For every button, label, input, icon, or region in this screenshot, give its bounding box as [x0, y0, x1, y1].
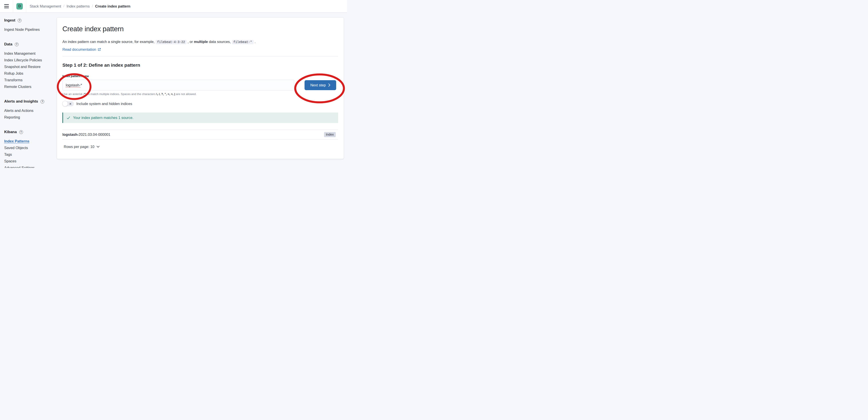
- include-hidden-indices-toggle[interactable]: ✕: [62, 101, 74, 106]
- input-help-text: Use an asterisk (*) to match multiple in…: [62, 92, 338, 96]
- index-pattern-name-input[interactable]: logstash-*: [62, 80, 294, 90]
- sidebar-item-reporting[interactable]: Reporting: [4, 114, 53, 120]
- help-icon[interactable]: ?: [19, 130, 23, 134]
- help-icon[interactable]: ?: [15, 43, 19, 46]
- toggle-label: Include system and hidden indices: [76, 102, 132, 106]
- step-heading: Step 1 of 2: Define an index pattern: [62, 62, 338, 68]
- matched-index-name: logstash-2021.03.04-000001: [62, 133, 110, 137]
- index-type-badge: Index: [324, 132, 336, 137]
- sidebar-item-advanced-settings[interactable]: Advanced Settings: [4, 164, 53, 168]
- sidebar-item-tags[interactable]: Tags: [4, 151, 53, 158]
- read-documentation-link[interactable]: Read documentation: [62, 48, 101, 52]
- sidebar-item-spaces[interactable]: Spaces: [4, 158, 53, 164]
- intro-text: An index pattern can match a single sour…: [62, 39, 338, 45]
- nav-group-kibana: Kibana ? Index Patterns Saved Objects Ta…: [4, 130, 53, 168]
- callout-text: Your index pattern matches 1 source.: [73, 116, 133, 120]
- sidebar-item-index-management[interactable]: Index Management: [4, 50, 53, 57]
- index-pattern-name-label: Index pattern name: [62, 75, 338, 78]
- code-example-single: filebeat-4-3-22: [156, 40, 187, 44]
- hamburger-icon: [4, 4, 9, 8]
- check-icon: [66, 116, 70, 120]
- breadcrumb-separator: /: [63, 4, 64, 8]
- sidebar-item-saved-objects[interactable]: Saved Objects: [4, 144, 53, 151]
- chevron-down-icon: [96, 146, 100, 148]
- nav-group-data: Data ? Index Management Index Lifecycle …: [4, 42, 53, 90]
- toggle-thumb: [62, 101, 68, 107]
- nav-group-alerts-and-insights: Alerts and Insights ? Alerts and Actions…: [4, 99, 53, 120]
- sidebar-item-transforms[interactable]: Transforms: [4, 77, 53, 83]
- nav-group-title: Ingest: [4, 18, 15, 23]
- page-title: Create index pattern: [62, 25, 338, 33]
- success-callout: Your index pattern matches 1 source.: [62, 113, 338, 123]
- sidebar-item-rollup-jobs[interactable]: Rollup Jobs: [4, 70, 53, 77]
- top-navigation-bar: D Stack Management / Index patterns / Cr…: [0, 0, 347, 12]
- management-sidebar: Ingest ? Ingest Node Pipelines Data ? In…: [0, 12, 56, 168]
- breadcrumb-current-page: Create index pattern: [95, 4, 131, 8]
- external-link-icon: [98, 48, 101, 51]
- help-icon[interactable]: ?: [40, 100, 44, 104]
- index-pattern-form-row: logstash-* Next step: [62, 80, 338, 90]
- menu-button[interactable]: [0, 0, 13, 12]
- help-icon[interactable]: ?: [18, 19, 22, 22]
- space-switcher-button[interactable]: D: [13, 0, 26, 12]
- matched-index-row: logstash-2021.03.04-000001 Index: [62, 130, 338, 140]
- nav-group-title: Kibana: [4, 130, 17, 135]
- nav-group-title: Data: [4, 42, 12, 47]
- nav-group-title: Alerts and Insights: [4, 99, 38, 104]
- sidebar-item-remote-clusters[interactable]: Remote Clusters: [4, 83, 53, 90]
- chevron-right-icon: [328, 83, 331, 87]
- breadcrumb-separator: /: [92, 4, 93, 8]
- nav-group-ingest: Ingest ? Ingest Node Pipelines: [4, 18, 53, 33]
- include-hidden-indices-row: ✕ Include system and hidden indices: [62, 101, 338, 106]
- sidebar-item-index-patterns[interactable]: Index Patterns: [4, 138, 53, 144]
- rows-per-page-button[interactable]: Rows per page: 10: [62, 144, 101, 149]
- sidebar-item-ingest-node-pipelines[interactable]: Ingest Node Pipelines: [4, 26, 53, 33]
- breadcrumb-stack-management[interactable]: Stack Management: [30, 4, 61, 8]
- next-step-button[interactable]: Next step: [305, 80, 336, 90]
- toggle-off-x-icon: ✕: [69, 102, 72, 106]
- sidebar-item-snapshot-and-restore[interactable]: Snapshot and Restore: [4, 63, 53, 70]
- sidebar-item-index-lifecycle-policies[interactable]: Index Lifecycle Policies: [4, 57, 53, 63]
- breadcrumb-index-patterns[interactable]: Index patterns: [67, 4, 90, 8]
- breadcrumb: Stack Management / Index patterns / Crea…: [26, 4, 130, 8]
- code-example-wildcard: filebeat-*: [232, 40, 254, 44]
- create-index-pattern-panel: Create index pattern An index pattern ca…: [57, 17, 344, 159]
- sidebar-item-alerts-and-actions[interactable]: Alerts and Actions: [4, 107, 53, 114]
- space-avatar: D: [17, 3, 23, 9]
